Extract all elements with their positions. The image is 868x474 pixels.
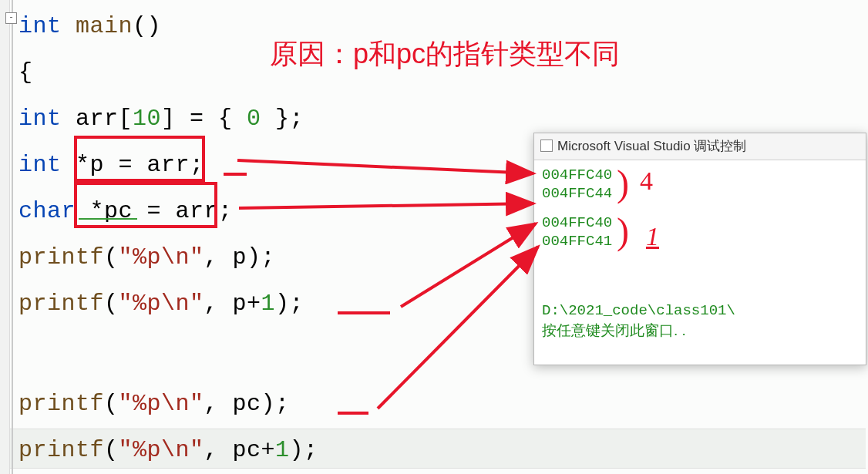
text: ); — [290, 437, 318, 463]
code-line-10: printf("%p\n", pc+1); — [19, 429, 318, 472]
text: ( — [104, 391, 119, 417]
function-name: printf — [19, 244, 104, 271]
console-output-1: 004FFC40 — [542, 166, 612, 184]
function-name: printf — [19, 291, 104, 317]
squiggle-char — [79, 218, 137, 220]
console-output-2: 004FFC44 — [542, 184, 612, 203]
outline-guide — [12, 0, 13, 474]
code-line-7: printf("%p\n", p+1); — [19, 282, 304, 325]
text: arr[ — [76, 106, 133, 132]
text: ( — [104, 291, 119, 317]
console-title-text: Microsoft Visual Studio 调试控制 — [557, 139, 746, 153]
text: ( — [104, 437, 119, 463]
hand-1: 1 — [646, 222, 659, 251]
console-output-3: 004FFC40 — [542, 213, 612, 232]
text: , p); — [204, 244, 276, 271]
text: }; — [261, 106, 304, 132]
fold-minus-icon[interactable]: - — [5, 12, 17, 24]
hand-bracket-1: ) — [617, 162, 629, 204]
text: , pc); — [204, 391, 290, 417]
annotation-reason: 原因：p和pc的指针类型不同 — [270, 35, 620, 73]
number: 1 — [275, 437, 290, 463]
underline-p-plus-1 — [338, 311, 390, 314]
console-path: D:\2021_code\class101\ — [542, 301, 735, 320]
code-line-1: int main() — [19, 5, 161, 48]
number: 1 — [261, 291, 276, 317]
string: "%p\n" — [119, 391, 204, 417]
highlight-box-int-star — [74, 136, 205, 182]
highlight-box-char-star — [74, 182, 217, 228]
debug-console-window: Microsoft Visual Studio 调试控制 004FFC40 00… — [533, 133, 866, 365]
console-prompt: 按任意键关闭此窗口. . — [542, 321, 686, 340]
hand-4: 4 — [640, 166, 653, 196]
text: , p+ — [204, 291, 261, 317]
number: 10 — [133, 106, 161, 132]
app-icon — [540, 140, 553, 152]
hand-bracket-2: ) — [617, 210, 629, 252]
code-line-9: printf("%p\n", pc); — [19, 382, 290, 425]
keyword: int — [19, 106, 76, 132]
function-name: printf — [19, 391, 104, 417]
function-name: printf — [19, 437, 104, 463]
keyword: int — [19, 152, 76, 178]
underline-pc — [338, 412, 368, 415]
gutter — [0, 0, 10, 474]
underline-p-assign — [224, 173, 247, 176]
text: ] = { — [161, 106, 247, 132]
string: "%p\n" — [119, 291, 204, 317]
text: ( — [104, 244, 119, 271]
console-output-4: 004FFC41 — [542, 232, 612, 250]
keyword: int — [19, 13, 76, 39]
console-titlebar[interactable]: Microsoft Visual Studio 调试控制 — [534, 133, 866, 160]
function-name: main — [76, 13, 133, 39]
text: () — [133, 13, 161, 39]
text: ); — [275, 291, 304, 317]
number: 0 — [247, 106, 261, 132]
string: "%p\n" — [119, 244, 204, 271]
string: "%p\n" — [119, 437, 204, 463]
code-line-6: printf("%p\n", p); — [19, 236, 275, 279]
code-line-2: { — [19, 51, 33, 94]
code-line-3: int arr[10] = { 0 }; — [19, 97, 304, 140]
text: , pc+ — [204, 437, 276, 463]
